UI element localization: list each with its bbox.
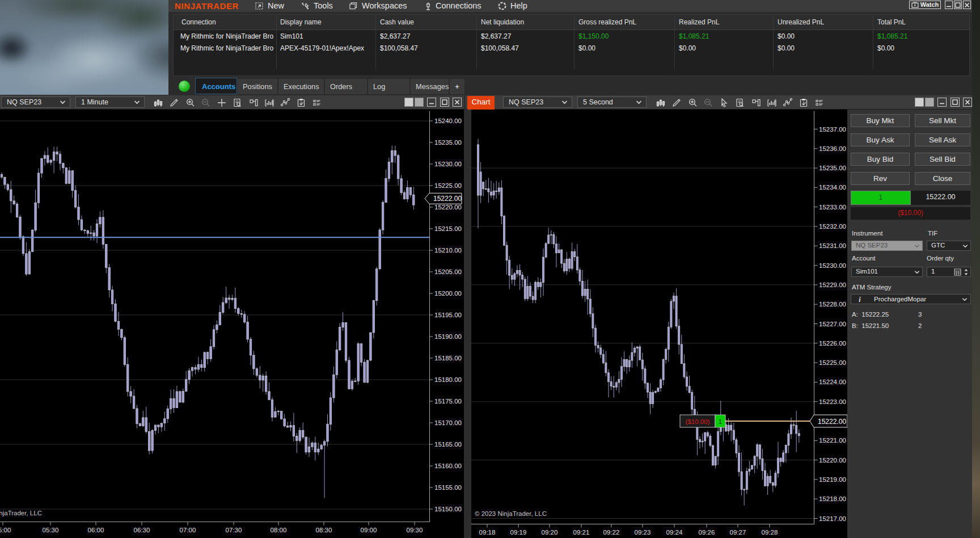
svg-text:15170.00: 15170.00	[434, 419, 462, 426]
svg-text:09:26: 09:26	[699, 529, 715, 536]
svg-text:09:27: 09:27	[730, 529, 746, 536]
svg-text:09:24: 09:24	[666, 529, 683, 536]
svg-text:15155.00: 15155.00	[434, 484, 462, 491]
svg-text:15217.00: 15217.00	[819, 515, 846, 522]
svg-text:09:30: 09:30	[407, 527, 423, 533]
svg-text:15185.00: 15185.00	[434, 355, 462, 362]
svg-text:15225.00: 15225.00	[819, 359, 846, 366]
svg-text:08:00: 08:00	[271, 527, 287, 533]
svg-text:15210.00: 15210.00	[434, 247, 462, 254]
svg-text:15232.00: 15232.00	[819, 223, 846, 230]
svg-text:15221.00: 15221.00	[819, 437, 846, 444]
svg-text:09:21: 09:21	[573, 529, 590, 536]
svg-text:15226.00: 15226.00	[819, 340, 846, 347]
svg-text:05:00: 05:00	[0, 527, 11, 533]
svg-text:15237.00: 15237.00	[819, 126, 846, 133]
svg-text:15230.00: 15230.00	[434, 161, 462, 167]
svg-text:09:00: 09:00	[361, 527, 377, 533]
svg-text:15205.00: 15205.00	[434, 268, 462, 275]
svg-text:15223.00: 15223.00	[819, 398, 846, 405]
svg-text:15150.00: 15150.00	[434, 506, 462, 512]
svg-text:15234.00: 15234.00	[819, 184, 846, 191]
svg-text:15235.00: 15235.00	[819, 165, 846, 171]
svg-text:07:00: 07:00	[180, 527, 196, 533]
svg-text:15229.00: 15229.00	[819, 281, 846, 288]
svg-text:15225.00: 15225.00	[434, 182, 462, 189]
svg-text:15231.00: 15231.00	[819, 242, 846, 249]
svg-text:1: 1	[719, 418, 722, 425]
svg-text:© 2023 NinjaTrader, LLC: © 2023 NinjaTrader, LLC	[0, 510, 42, 516]
svg-text:09:23: 09:23	[635, 529, 651, 536]
svg-text:15224.00: 15224.00	[819, 379, 846, 385]
svg-text:15233.00: 15233.00	[819, 204, 846, 211]
svg-text:15235.00: 15235.00	[434, 139, 462, 146]
svg-text:15228.00: 15228.00	[819, 301, 846, 308]
svg-text:i: i	[859, 296, 861, 304]
svg-text:15222.00: 15222.00	[433, 195, 462, 203]
svg-text:05:30: 05:30	[43, 527, 59, 533]
svg-text:15200.00: 15200.00	[434, 290, 462, 297]
svg-text:15219.00: 15219.00	[819, 476, 846, 483]
svg-text:15240.00: 15240.00	[434, 117, 462, 124]
svg-text:15236.00: 15236.00	[819, 145, 846, 152]
svg-text:09:18: 09:18	[479, 529, 496, 536]
svg-text:15160.00: 15160.00	[434, 463, 462, 469]
svg-text:15222.00: 15222.00	[818, 418, 846, 426]
svg-text:15165.00: 15165.00	[434, 441, 462, 448]
svg-text:15175.00: 15175.00	[434, 398, 462, 405]
svg-text:15220.00: 15220.00	[819, 457, 846, 464]
svg-text:06:00: 06:00	[88, 527, 104, 533]
svg-text:($10.00): ($10.00)	[686, 418, 710, 425]
svg-text:15190.00: 15190.00	[434, 333, 462, 340]
svg-text:09:28: 09:28	[762, 529, 778, 536]
svg-text:15230.00: 15230.00	[819, 262, 846, 269]
svg-text:09:22: 09:22	[603, 529, 620, 536]
svg-text:15195.00: 15195.00	[434, 312, 462, 318]
svg-text:15215.00: 15215.00	[434, 225, 462, 232]
svg-text:15218.00: 15218.00	[819, 495, 846, 502]
svg-text:09:19: 09:19	[510, 529, 527, 536]
svg-text:© 2023 NinjaTrader, LLC: © 2023 NinjaTrader, LLC	[475, 510, 547, 517]
svg-text:06:30: 06:30	[134, 527, 150, 533]
svg-text:09:20: 09:20	[542, 529, 558, 536]
svg-text:07:30: 07:30	[226, 527, 242, 533]
svg-text:15227.00: 15227.00	[819, 321, 846, 327]
svg-text:08:30: 08:30	[316, 527, 332, 533]
svg-text:15180.00: 15180.00	[434, 376, 462, 383]
svg-text:15220.00: 15220.00	[434, 204, 462, 211]
